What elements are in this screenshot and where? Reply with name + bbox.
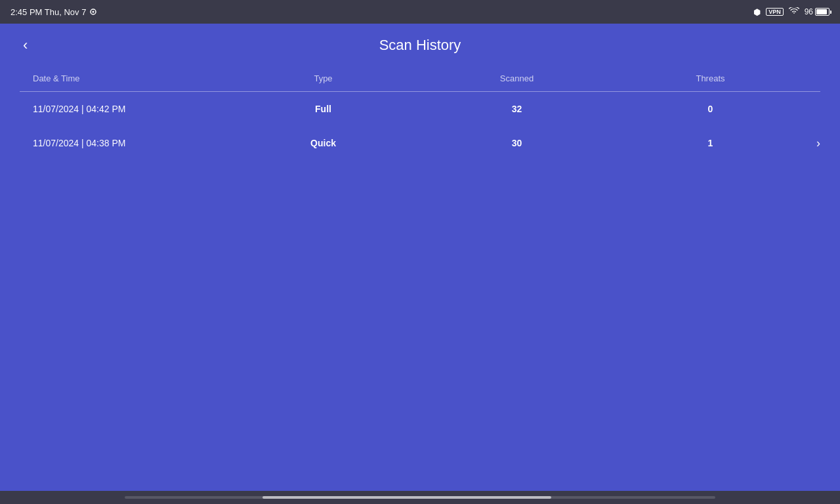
table-row[interactable]: 11/07/2024 | 04:38 PM Quick 30 1 › [20, 126, 820, 160]
battery-icon [815, 8, 830, 16]
svg-point-1 [93, 10, 94, 12]
scan-history-table: Date & Time Type Scanned Threats 11/07/2… [20, 74, 820, 160]
table-row[interactable]: 11/07/2024 | 04:42 PM Full 32 0 [20, 92, 820, 126]
back-button[interactable]: ‹ [20, 33, 31, 57]
column-header-datetime: Date & Time [33, 74, 226, 83]
cell-datetime-2: 11/07/2024 | 04:38 PM [33, 138, 226, 148]
cell-threats-1: 0 [614, 104, 807, 114]
main-content: ‹ Scan History Date & Time Type Scanned … [0, 24, 840, 491]
column-header-threats: Threats [614, 74, 807, 83]
table-header: Date & Time Type Scanned Threats [20, 74, 820, 92]
scroll-thumb [262, 496, 551, 499]
cell-datetime-1: 11/07/2024 | 04:42 PM [33, 104, 226, 114]
location-indicator [90, 7, 96, 17]
wifi-icon [789, 7, 799, 17]
battery-indicator: 96 [805, 7, 830, 16]
column-header-type: Type [226, 74, 420, 83]
bluetooth-icon: ⬢ [753, 7, 761, 17]
page-title: Scan History [379, 37, 461, 54]
column-header-scanned: Scanned [420, 74, 614, 83]
cell-threats-2: 1 [614, 138, 807, 148]
cell-type-1: Full [226, 104, 420, 114]
battery-percentage: 96 [805, 7, 813, 16]
scroll-track[interactable] [125, 496, 715, 499]
status-bar-left: 2:45 PM Thu, Nov 7 [10, 7, 96, 17]
chevron-right-icon: › [816, 136, 820, 150]
vpn-badge: VPN [766, 8, 784, 16]
header: ‹ Scan History [20, 24, 820, 74]
status-bar-right: ⬢ VPN 96 [753, 7, 830, 17]
bottom-bar [0, 491, 840, 504]
clock: 2:45 PM Thu, Nov 7 [10, 7, 86, 17]
status-bar: 2:45 PM Thu, Nov 7 ⬢ VPN 96 [0, 0, 840, 24]
cell-scanned-1: 32 [420, 104, 614, 114]
cell-type-2: Quick [226, 138, 420, 148]
cell-scanned-2: 30 [420, 138, 614, 148]
